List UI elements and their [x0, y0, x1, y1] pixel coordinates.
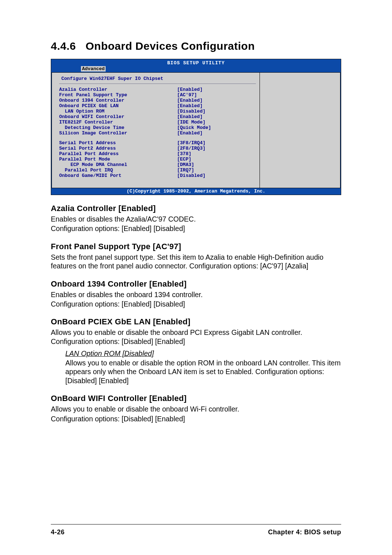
- doc-section-heading: Front Panel Support Type [AC'97]: [51, 242, 341, 251]
- bios-setting-label: Serial Port1 Address: [59, 140, 177, 146]
- doc-subsection-heading: LAN Option ROM [Disabled]: [65, 349, 341, 358]
- bios-setting-label: Parallel Port Mode: [59, 157, 177, 162]
- bios-setting-label: Onboard 1394 Controller: [59, 98, 177, 103]
- bios-setting-value[interactable]: [Disabled]: [177, 173, 205, 178]
- bios-setting-value[interactable]: [Enabled]: [177, 103, 203, 109]
- bios-setting-row[interactable]: Serial Port2 Address[2F8/IRQ3]: [59, 146, 256, 151]
- bios-setting-label: ITE8212F Controller: [59, 119, 177, 125]
- bios-setting-row[interactable]: Serial Port1 Address[3F8/IRQ4]: [59, 140, 256, 146]
- doc-section-heading: Azalia Controller [Enabled]: [51, 204, 341, 213]
- bios-setting-label: Onboard WIFI Controller: [59, 114, 177, 119]
- bios-setting-row[interactable]: LAN Option ROM[Disabled]: [59, 109, 256, 114]
- bios-setting-label: Parallel Port IRQ: [59, 167, 177, 173]
- doc-paragraph: Enables or disables the onboard 1394 con…: [51, 290, 341, 299]
- bios-help-pane: [260, 73, 340, 188]
- bios-setting-value[interactable]: [ECP]: [177, 157, 191, 162]
- bios-setting-row[interactable]: Onboard Game/MIDI Port[Disabled]: [59, 173, 256, 178]
- doc-section-heading: Onboard 1394 Controller [Enabled]: [51, 279, 341, 289]
- bios-left-pane: Configure Win627EHF Super IO Chipset Aza…: [52, 73, 260, 188]
- bios-settings-group-2: Serial Port1 Address[3F8/IRQ4]Serial Por…: [59, 140, 256, 178]
- bios-setting-value[interactable]: [Enabled]: [177, 98, 203, 103]
- bios-setting-label: Detecting Device Time: [59, 125, 177, 130]
- bios-setting-label: Front Panel Support Type: [59, 92, 177, 98]
- tab-advanced[interactable]: Advanced: [81, 66, 106, 72]
- section-heading: 4.4.6 Onboard Devices Configuration: [51, 40, 341, 52]
- section-title-text: Onboard Devices Configuration: [86, 40, 255, 52]
- bios-setting-value[interactable]: [2F8/IRQ3]: [177, 146, 205, 151]
- footer-divider: [51, 524, 341, 524]
- bios-copyright: (C)Copyright 1985-2002, American Megatre…: [51, 188, 341, 195]
- doc-paragraph: Enables or disables the Azalia/AC'97 COD…: [51, 215, 341, 223]
- bios-setting-value[interactable]: [Disabled]: [177, 109, 205, 114]
- bios-setting-value[interactable]: [IDE Mode]: [177, 119, 205, 125]
- bios-setting-value[interactable]: [Enabled]: [177, 114, 203, 119]
- doc-paragraph: Configuration options: [Enabled] [Disabl…: [51, 300, 341, 308]
- bios-setting-row[interactable]: Detecting Device Time[Quick Mode]: [59, 125, 256, 130]
- bios-setting-label: Silicon Image Controller: [59, 130, 177, 136]
- bios-settings-group-1: Azalia Controller[Enabled]Front Panel Su…: [59, 87, 256, 136]
- doc-paragraph: Configuration options: [Enabled] [Disabl…: [51, 224, 341, 233]
- bios-setting-row[interactable]: Parallel Port IRQ[IRQ7]: [59, 167, 256, 173]
- doc-section: Azalia Controller [Enabled]Enables or di…: [51, 204, 341, 233]
- bios-setting-row[interactable]: Onboard 1394 Controller[Enabled]: [59, 98, 256, 103]
- bios-title: BIOS SETUP UTILITY: [51, 59, 341, 66]
- doc-paragraph: Allows you to enable or disable the onbo…: [51, 328, 341, 346]
- bios-setting-value[interactable]: [Enabled]: [177, 87, 203, 92]
- doc-section: OnBoard PCIEX GbE LAN [Enabled]Allows yo…: [51, 317, 341, 385]
- bios-subtitle: Configure Win627EHF Super IO Chipset: [59, 75, 256, 84]
- bios-screenshot: BIOS SETUP UTILITY Advanced Configure Wi…: [51, 59, 341, 195]
- bios-setting-row[interactable]: ECP Mode DMA Channel[DMA3]: [59, 162, 256, 167]
- bios-setting-row[interactable]: Azalia Controller[Enabled]: [59, 87, 256, 92]
- bios-setting-label: Azalia Controller: [59, 87, 177, 92]
- doc-subsection: LAN Option ROM [Disabled]Allows you to e…: [51, 349, 341, 385]
- doc-section: Onboard 1394 Controller [Enabled]Enables…: [51, 279, 341, 309]
- bios-setting-label: ECP Mode DMA Channel: [59, 162, 177, 167]
- section-number: 4.4.6: [51, 40, 76, 52]
- bios-setting-row[interactable]: ITE8212F Controller[IDE Mode]: [59, 119, 256, 125]
- page-footer: 4-26 Chapter 4: BIOS setup: [51, 528, 341, 536]
- doc-section-heading: OnBoard PCIEX GbE LAN [Enabled]: [51, 317, 341, 327]
- doc-section: Front Panel Support Type [AC'97]Sets the…: [51, 242, 341, 271]
- doc-paragraph: Allows you to enable or disable the onbo…: [51, 405, 341, 413]
- bios-setting-value[interactable]: [Enabled]: [177, 130, 203, 136]
- doc-paragraph: Sets the front panel support type. Set t…: [51, 253, 341, 271]
- document-body: Azalia Controller [Enabled]Enables or di…: [51, 204, 341, 423]
- bios-setting-value[interactable]: [3F8/IRQ4]: [177, 140, 205, 146]
- page-number: 4-26: [51, 528, 65, 536]
- doc-section: OnBoard WIFI Controller [Enabled]Allows …: [51, 394, 341, 423]
- bios-setting-row[interactable]: Parallel Port Mode[ECP]: [59, 157, 256, 162]
- bios-tab-row: Advanced: [51, 66, 341, 72]
- doc-section-heading: OnBoard WIFI Controller [Enabled]: [51, 394, 341, 403]
- doc-paragraph: Configuration options: [Disabled] [Enabl…: [51, 414, 341, 423]
- bios-setting-label: Onboard Game/MIDI Port: [59, 173, 177, 178]
- doc-paragraph: Allows you to enable or disable the opti…: [65, 358, 341, 385]
- bios-setting-value[interactable]: [DMA3]: [177, 162, 194, 167]
- bios-setting-label: Onboard PCIEX GbE LAN: [59, 103, 177, 109]
- bios-setting-row[interactable]: Onboard WIFI Controller[Enabled]: [59, 114, 256, 119]
- bios-setting-value[interactable]: [378]: [177, 151, 191, 157]
- bios-setting-label: LAN Option ROM: [59, 109, 177, 114]
- bios-setting-row[interactable]: Onboard PCIEX GbE LAN[Enabled]: [59, 103, 256, 109]
- bios-setting-row[interactable]: Silicon Image Controller[Enabled]: [59, 130, 256, 136]
- bios-setting-row[interactable]: Front Panel Support Type[AC'97]: [59, 92, 256, 98]
- chapter-label: Chapter 4: BIOS setup: [268, 528, 341, 536]
- manual-page: 4.4.6 Onboard Devices Configuration BIOS…: [0, 0, 392, 555]
- bios-setting-label: Parallel Port Address: [59, 151, 177, 157]
- bios-body: Configure Win627EHF Super IO Chipset Aza…: [52, 72, 340, 188]
- bios-setting-row[interactable]: Parallel Port Address[378]: [59, 151, 256, 157]
- bios-setting-label: Serial Port2 Address: [59, 146, 177, 151]
- bios-setting-value[interactable]: [Quick Mode]: [177, 125, 211, 130]
- bios-group-gap: [59, 136, 256, 140]
- bios-setting-value[interactable]: [AC'97]: [177, 92, 197, 98]
- bios-setting-value[interactable]: [IRQ7]: [177, 167, 194, 173]
